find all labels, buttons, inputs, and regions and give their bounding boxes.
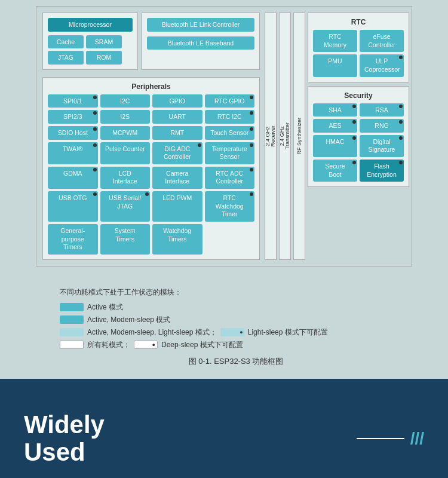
sha-chip: SHA xyxy=(313,103,357,117)
security-title: Security xyxy=(313,91,404,100)
bluetooth-section: Bluetooth LE Link Controller Bluetooth L… xyxy=(142,13,260,70)
twai-chip: TWAI® xyxy=(48,142,98,164)
general-timers-chip: General-purpose Timers xyxy=(48,224,98,255)
rf-synth-col: RF Synthesizer xyxy=(293,13,305,260)
spi01-chip: SPI0/1 xyxy=(48,94,98,108)
right-panel: RTC RTCMemory eFuseController PMU ULPCop… xyxy=(308,13,409,260)
hero-section: Widely Used /// xyxy=(0,379,448,478)
hmac-chip: HMAC xyxy=(313,135,357,157)
hero-line-decoration xyxy=(357,438,404,439)
hero-slash: /// xyxy=(410,429,424,448)
processor-section: Microprocessor Cache SRAM JTAG ROM xyxy=(42,13,138,70)
rtc-gpio-chip: RTC GPIO xyxy=(205,94,255,108)
hero-accent: /// xyxy=(357,429,424,448)
peripherals-grid: SPI0/1 I2C GPIO RTC GPIO SPI2/3 I2S UART… xyxy=(48,94,254,255)
pulse-counter-chip: Pulse Counter xyxy=(100,142,151,164)
led-pwm-chip: LED PWM xyxy=(152,191,202,222)
rom-chip: ROM xyxy=(86,51,122,65)
legend-title: 不同功耗模式下处于工作状态的模块： xyxy=(60,287,412,298)
microprocessor-chip: Microprocessor xyxy=(48,18,133,32)
rng-chip: RNG xyxy=(360,119,404,133)
diagram-caption: 图 0-1. ESP32-S3 功能框图 xyxy=(60,356,412,367)
rf-receiver-col: 2.4 GHzReceiver xyxy=(265,13,277,260)
left-panel: Microprocessor Cache SRAM JTAG ROM Bluet… xyxy=(42,13,260,260)
sdio-chip: SDIO Host xyxy=(48,126,98,140)
spi23-chip: SPI2/3 xyxy=(48,110,98,124)
uart-chip: UART xyxy=(152,110,202,124)
rtc-i2c-chip: RTC I2C xyxy=(205,110,255,124)
legend-blue-bar2 xyxy=(60,315,84,324)
legend-active-text: Active 模式 xyxy=(87,302,123,312)
legend-modem: Active, Modem-sleep 模式 xyxy=(60,315,412,325)
mcpwm-chip: MCPWM xyxy=(100,126,151,140)
usb-otg-chip: USB OTG xyxy=(48,191,98,222)
legend-blue-bar xyxy=(60,303,84,311)
legend-light-text: Active, Modem-sleep, Light-sleep 模式； xyxy=(87,327,217,338)
legend-section: 不同功耗模式下处于工作状态的模块： Active 模式 Active, Mode… xyxy=(0,278,448,379)
rmt-chip: RMT xyxy=(152,126,202,140)
legend-outline-bar xyxy=(60,341,84,349)
legend-outline-dot-bar: ● xyxy=(134,341,158,349)
peripherals-title: Peripherals xyxy=(48,82,254,91)
rf-receiver-label: 2.4 GHzReceiver xyxy=(265,125,276,147)
hero-line2: Used xyxy=(24,439,105,466)
peripherals-section: Peripherals SPI0/1 I2C GPIO RTC GPIO SPI… xyxy=(42,77,260,260)
rtc-section: RTC RTCMemory eFuseController PMU ULPCop… xyxy=(308,13,409,82)
dig-adc-chip: DIG ADCController xyxy=(152,142,202,164)
secure-boot-chip: SecureBoot xyxy=(313,160,357,182)
gpio-chip: GPIO xyxy=(152,94,202,108)
legend-modem-text: Active, Modem-sleep 模式 xyxy=(87,315,170,325)
efuse-chip: eFuseController xyxy=(360,30,404,52)
legend-light-config-text: Light-sleep 模式下可配置 xyxy=(248,327,328,338)
bt-chips: Bluetooth LE Link Controller Bluetooth L… xyxy=(147,18,254,50)
bt-baseband-chip: Bluetooth LE Baseband xyxy=(147,36,254,50)
i2s-chip: I2S xyxy=(100,110,151,124)
touch-chip: Touch Sensor xyxy=(205,126,255,140)
rtc-memory-chip: RTCMemory xyxy=(313,30,357,52)
top-row: Microprocessor Cache SRAM JTAG ROM Bluet… xyxy=(42,13,260,70)
flash-encryption-chip: FlashEncryption xyxy=(360,160,404,182)
main-diagram: Microprocessor Cache SRAM JTAG ROM Bluet… xyxy=(36,6,412,266)
rsa-chip: RSA xyxy=(360,103,404,117)
system-timers-chip: SystemTimers xyxy=(100,224,151,255)
sram-chip: SRAM xyxy=(86,35,122,49)
jtag-chip: JTAG xyxy=(48,51,84,65)
cache-chip: Cache xyxy=(48,35,84,49)
usb-serial-chip: USB Serial/JTAG xyxy=(100,191,151,222)
legend-deep-text: 所有耗模式； xyxy=(87,340,130,350)
hero-text: Widely Used xyxy=(24,411,105,466)
digital-sig-chip: DigitalSignature xyxy=(360,135,404,157)
watchdog-timers-chip: WatchdogTimers xyxy=(152,224,202,255)
hero-line1: Widely xyxy=(24,411,105,439)
gdma-chip: GDMA xyxy=(48,167,98,189)
rf-synth-label: RF Synthesizer xyxy=(297,118,302,155)
i2c-chip: I2C xyxy=(100,94,151,108)
camera-chip: CameraInterface xyxy=(152,167,202,189)
rtc-title: RTC xyxy=(313,18,404,26)
rf-transmitter-label: 2.4 GHzTransmitter xyxy=(280,122,290,149)
lcd-chip: LCDInterface xyxy=(100,167,151,189)
security-section: Security SHA RSA AES RNG HMAC DigitalSig… xyxy=(308,86,409,188)
aes-chip: AES xyxy=(313,119,357,133)
temp-sensor-chip: TemperatureSensor xyxy=(205,142,255,164)
rtc-adc-chip: RTC ADCController xyxy=(205,167,255,189)
legend-active: Active 模式 xyxy=(60,302,412,312)
rtc-watchdog-chip: RTCWatchdogTimer xyxy=(205,191,255,222)
security-grid: SHA RSA AES RNG HMAC DigitalSignature Se… xyxy=(313,103,404,182)
rf-transmitter-col: 2.4 GHzTransmitter xyxy=(279,13,291,260)
legend-light-bar xyxy=(60,328,84,336)
rtc-grid: RTCMemory eFuseController PMU ULPCoproce… xyxy=(313,30,404,77)
ulp-chip: ULPCoprocessor xyxy=(360,54,404,76)
legend-light: Active, Modem-sleep, Light-sleep 模式； ● L… xyxy=(60,327,412,338)
processor-chips: Cache SRAM JTAG ROM xyxy=(48,35,133,65)
bt-link-chip: Bluetooth LE Link Controller xyxy=(147,18,254,32)
legend-light-bar2: ● xyxy=(220,328,244,336)
pmu-chip: PMU xyxy=(313,54,357,76)
legend-deep: 所有耗模式； ● Deep-sleep 模式下可配置 xyxy=(60,340,412,350)
legend-deep-config-text: Deep-sleep 模式下可配置 xyxy=(161,340,243,350)
